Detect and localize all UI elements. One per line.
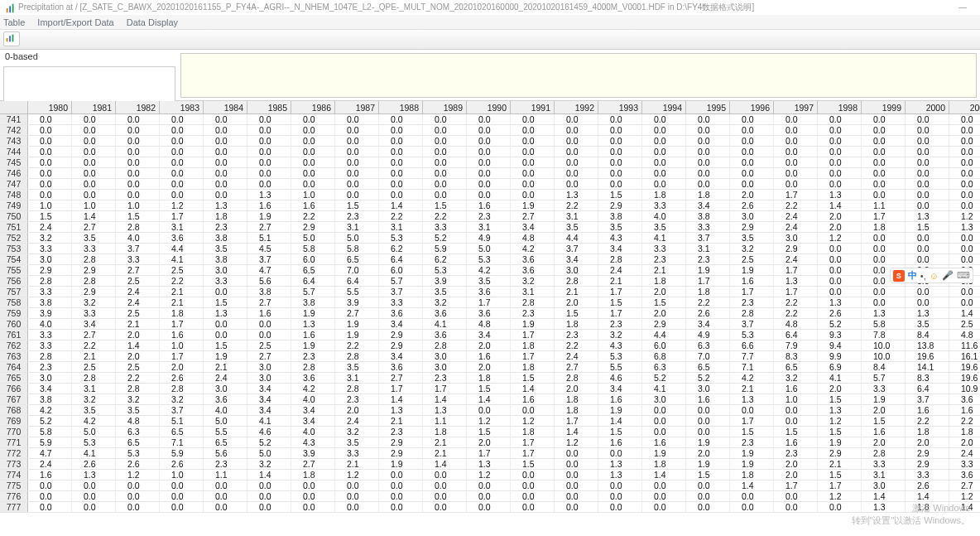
data-cell[interactable]: 2.6 — [686, 308, 730, 318]
data-cell[interactable]: 1.7 — [598, 287, 642, 297]
data-cell[interactable]: 0.0 — [555, 157, 598, 167]
data-cell[interactable]: 2.3 — [598, 319, 642, 329]
data-cell[interactable]: 1.5 — [862, 416, 906, 426]
data-cell[interactable]: 3.6 — [160, 233, 204, 243]
data-cell[interactable]: 1.6 — [949, 405, 980, 415]
data-cell[interactable]: 4.0 — [116, 233, 160, 243]
data-cell[interactable]: 2.1 — [72, 351, 116, 361]
data-cell[interactable]: 1.9 — [247, 211, 291, 221]
data-cell[interactable]: 0.0 — [598, 491, 642, 501]
data-cell[interactable]: 1.7 — [730, 416, 774, 426]
data-cell[interactable]: 1.8 — [511, 362, 555, 372]
data-cell[interactable]: 3.4 — [555, 254, 598, 264]
data-cell[interactable]: 3.8 — [204, 233, 247, 243]
data-cell[interactable]: 0.0 — [160, 147, 204, 157]
data-cell[interactable]: 0.0 — [642, 427, 686, 437]
data-cell[interactable]: 1.9 — [335, 319, 379, 329]
data-cell[interactable]: 1.5 — [204, 297, 247, 307]
data-cell[interactable]: 0.0 — [116, 502, 160, 512]
data-cell[interactable]: 0.0 — [379, 168, 423, 178]
data-cell[interactable]: 0.0 — [642, 491, 686, 501]
data-cell[interactable]: 6.5 — [291, 265, 335, 275]
data-cell[interactable]: 0.0 — [335, 190, 379, 200]
data-cell[interactable]: 3.6 — [511, 265, 555, 275]
data-cell[interactable]: 2.0 — [774, 470, 818, 480]
data-cell[interactable]: 1.6 — [598, 437, 642, 447]
data-cell[interactable]: 2.2 — [423, 211, 467, 221]
data-cell[interactable]: 0.0 — [379, 502, 423, 512]
data-cell[interactable]: 2.0 — [642, 287, 686, 297]
data-cell[interactable]: 9.9 — [818, 351, 862, 361]
row-header[interactable]: 765 — [0, 373, 28, 383]
data-cell[interactable]: 1.5 — [467, 427, 511, 437]
data-cell[interactable]: 2.9 — [642, 319, 686, 329]
data-cell[interactable]: 2.3 — [774, 448, 818, 458]
data-cell[interactable]: 0.0 — [555, 502, 598, 512]
data-cell[interactable]: 0.0 — [511, 157, 555, 167]
data-cell[interactable]: 0.0 — [423, 480, 467, 490]
data-cell[interactable]: 2.7 — [335, 308, 379, 318]
data-cell[interactable]: 4.2 — [730, 373, 774, 383]
data-cell[interactable]: 4.7 — [247, 265, 291, 275]
column-header[interactable]: 1994 — [642, 101, 686, 113]
data-cell[interactable]: 2.1 — [730, 384, 774, 394]
data-cell[interactable]: 2.9 — [906, 448, 949, 458]
data-cell[interactable]: 0.0 — [467, 502, 511, 512]
data-cell[interactable]: 1.7 — [774, 190, 818, 200]
data-cell[interactable]: 0.0 — [511, 491, 555, 501]
data-cell[interactable]: 3.5 — [72, 233, 116, 243]
data-cell[interactable]: 1.5 — [28, 211, 72, 221]
data-cell[interactable]: 2.9 — [379, 330, 423, 340]
data-cell[interactable]: 0.0 — [423, 179, 467, 189]
data-cell[interactable]: 1.2 — [949, 211, 980, 221]
data-cell[interactable]: 0.0 — [247, 179, 291, 189]
data-cell[interactable]: 2.6 — [72, 459, 116, 469]
data-cell[interactable]: 0.0 — [598, 136, 642, 146]
row-header[interactable]: 751 — [0, 222, 28, 232]
data-cell[interactable]: 0.0 — [511, 405, 555, 415]
data-cell[interactable]: 11.6 — [949, 340, 980, 350]
data-cell[interactable]: 3.1 — [335, 373, 379, 383]
data-cell[interactable]: 3.4 — [247, 394, 291, 404]
data-cell[interactable]: 0.0 — [555, 114, 598, 124]
data-cell[interactable]: 2.0 — [642, 308, 686, 318]
data-cell[interactable]: 1.7 — [598, 308, 642, 318]
row-header[interactable]: 777 — [0, 502, 28, 512]
data-cell[interactable]: 2.4 — [598, 265, 642, 275]
data-cell[interactable]: 1.7 — [160, 351, 204, 361]
data-cell[interactable]: 0.0 — [423, 125, 467, 135]
data-cell[interactable]: 1.8 — [160, 308, 204, 318]
data-cell[interactable]: 1.3 — [818, 190, 862, 200]
data-cell[interactable]: 0.0 — [247, 168, 291, 178]
data-cell[interactable]: 13.8 — [906, 340, 949, 350]
data-cell[interactable]: 3.3 — [72, 308, 116, 318]
data-cell[interactable]: 7.0 — [686, 351, 730, 361]
data-cell[interactable]: 3.7 — [730, 319, 774, 329]
data-cell[interactable]: 2.1 — [335, 459, 379, 469]
data-cell[interactable]: 1.8 — [204, 211, 247, 221]
data-cell[interactable]: 0.0 — [511, 190, 555, 200]
data-cell[interactable]: 6.3 — [116, 427, 160, 437]
data-cell[interactable]: 2.2 — [116, 373, 160, 383]
data-cell[interactable]: 2.5 — [72, 362, 116, 372]
data-cell[interactable]: 4.5 — [247, 244, 291, 254]
data-cell[interactable]: 5.0 — [72, 427, 116, 437]
data-cell[interactable]: 1.4 — [423, 459, 467, 469]
data-cell[interactable]: 0.0 — [555, 168, 598, 178]
data-cell[interactable]: 0.0 — [730, 114, 774, 124]
data-cell[interactable]: 1.0 — [116, 200, 160, 210]
data-cell[interactable]: 2.9 — [291, 222, 335, 232]
data-cell[interactable]: 4.0 — [204, 405, 247, 415]
data-cell[interactable]: 0.0 — [72, 168, 116, 178]
data-cell[interactable]: 3.5 — [598, 222, 642, 232]
data-cell[interactable]: 0.0 — [160, 136, 204, 146]
data-cell[interactable]: 2.3 — [555, 330, 598, 340]
data-cell[interactable]: 1.7 — [511, 448, 555, 458]
data-cell[interactable]: 6.5 — [116, 437, 160, 447]
data-cell[interactable]: 1.3 — [598, 470, 642, 480]
data-cell[interactable]: 4.2 — [511, 244, 555, 254]
data-cell[interactable]: 0.0 — [28, 114, 72, 124]
row-header[interactable]: 772 — [0, 448, 28, 458]
data-cell[interactable]: 2.4 — [28, 222, 72, 232]
data-cell[interactable]: 0.0 — [379, 190, 423, 200]
